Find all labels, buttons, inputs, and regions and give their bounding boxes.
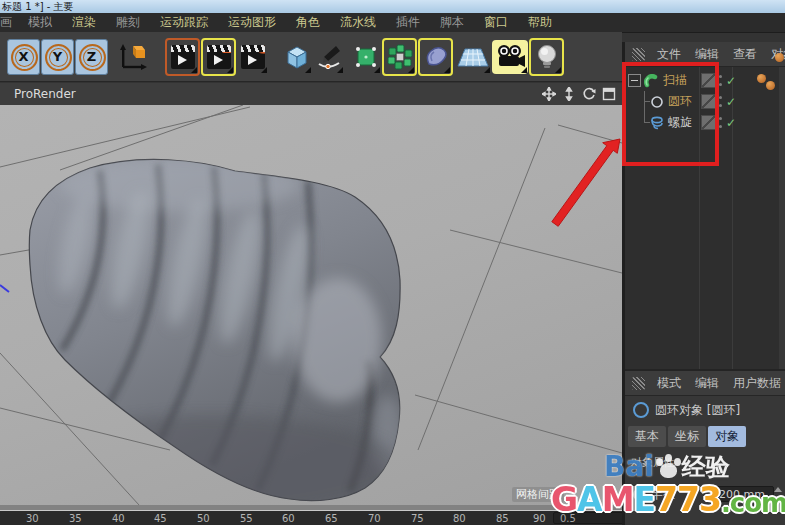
tab-basic[interactable]: 基本 [628, 426, 666, 447]
tree-branch-line [636, 91, 650, 112]
radius-value-field[interactable]: 200 mm [712, 486, 774, 502]
menu-item-pipeline[interactable]: 流水线 [330, 14, 386, 31]
menu-item-mograph[interactable]: 运动图形 [218, 14, 286, 31]
rotate-icon[interactable] [581, 87, 596, 102]
am-menu-mode[interactable]: 模式 [651, 375, 687, 392]
object-label-circle[interactable]: 圆环 [668, 93, 692, 110]
cube-icon [284, 44, 310, 70]
world-axis-hint [0, 285, 9, 292]
tree-row-circle[interactable]: 圆环 ✓ [625, 91, 785, 112]
am-menu-userdata[interactable]: 用户数据 [727, 375, 785, 392]
editor-visibility-toggle[interactable] [701, 115, 716, 130]
helix-spline-icon [650, 116, 664, 130]
main-toolbar: X Y Z [0, 32, 622, 82]
attribute-manager: 模式 编辑 用户数据 圆环对象 [圆环] 基本 坐标 对象 对象属性 半径 20… [625, 369, 785, 525]
om-menu-view[interactable]: 查看 [727, 46, 763, 63]
render-to-picture-viewer-button[interactable] [201, 38, 236, 76]
right-panel: 文件 编辑 查看 对象 扫描 ✓ [622, 42, 785, 525]
coordinate-system-button[interactable] [114, 40, 152, 74]
visibility-dots[interactable] [719, 117, 723, 129]
light-button[interactable] [529, 38, 564, 76]
tree-row-helix[interactable]: 螺旋 ✓ [625, 112, 785, 133]
editor-visibility-toggle[interactable] [701, 94, 716, 109]
cinema4d-window: 标题 1 *] - 主要 画 模拟 渲染 雕刻 运动跟踪 运动图形 角色 流水线… [0, 0, 785, 525]
axis-y-label: Y [53, 49, 62, 64]
zoom-icon[interactable] [561, 87, 576, 102]
add-cube-button[interactable] [281, 40, 312, 74]
visibility-dots[interactable] [719, 75, 723, 87]
maximize-icon[interactable] [601, 87, 616, 102]
ruler-tick: 35 [69, 513, 82, 524]
viewport-header: ProRender [0, 83, 622, 106]
attribute-tabs: 基本 坐标 对象 [628, 426, 785, 447]
frame-value: 0.5 [560, 513, 576, 524]
menu-item-window[interactable]: 窗口 [474, 14, 518, 31]
ruler-tick: 90 [533, 513, 546, 524]
radius-spinner[interactable] [774, 487, 782, 501]
floor-icon [457, 45, 489, 69]
visibility-dots[interactable] [719, 96, 723, 108]
pan-icon[interactable] [541, 87, 556, 102]
lock-y-button[interactable]: Y [41, 39, 74, 75]
om-menu-edit[interactable]: 编辑 [689, 46, 725, 63]
object-label-sweep[interactable]: 扫描 [663, 72, 687, 89]
menu-item-motion-tracking[interactable]: 运动跟踪 [150, 14, 218, 31]
radius-property-row: 半径 200 mm [625, 483, 785, 505]
sweep-generator-button[interactable] [418, 38, 453, 76]
tree-branch-line [636, 112, 650, 133]
menu-bar: 画 模拟 渲染 雕刻 运动跟踪 运动图形 角色 流水线 插件 脚本 窗口 帮助 [0, 13, 785, 33]
editor-visibility-toggle[interactable] [701, 73, 716, 88]
panel-grip-icon[interactable] [632, 48, 645, 61]
menu-item-plugins[interactable]: 插件 [386, 14, 430, 31]
ruler-tick: 55 [240, 513, 253, 524]
sweep-blob-icon [423, 44, 449, 70]
object-properties-heading: 对象属性 [631, 455, 785, 470]
subdivision-cube-icon [353, 44, 379, 70]
tab-object[interactable]: 对象 [708, 426, 746, 447]
floor-button[interactable] [454, 40, 491, 74]
viewport-3d-canvas[interactable] [0, 105, 622, 505]
lock-z-button[interactable]: Z [75, 39, 108, 75]
object-label-helix[interactable]: 螺旋 [668, 114, 692, 131]
viewport-scene [0, 105, 622, 505]
om-menu-file[interactable]: 文件 [651, 46, 687, 63]
layer-dot-icon [775, 53, 784, 62]
attribute-object-row: 圆环对象 [圆环] [625, 398, 785, 422]
collapse-icon[interactable] [628, 74, 641, 87]
am-menu-edit[interactable]: 编辑 [689, 375, 725, 392]
menu-item-help[interactable]: 帮助 [518, 14, 562, 31]
circle-spline-icon [650, 95, 664, 109]
menu-item-sculpt[interactable]: 雕刻 [106, 14, 150, 31]
keyframe-ring-icon[interactable] [633, 488, 646, 501]
render-settings-button[interactable] [237, 40, 268, 74]
light-bulb-icon [535, 44, 559, 70]
viewport-tab-prorender[interactable]: ProRender [14, 87, 76, 101]
spline-pen-button[interactable] [313, 40, 344, 74]
ruler-tick: 60 [282, 513, 295, 524]
axis-z-label: Z [87, 49, 96, 64]
array-generator-button[interactable] [382, 38, 417, 76]
menu-item-character[interactable]: 角色 [286, 14, 330, 31]
tab-coordinate[interactable]: 坐标 [668, 426, 706, 447]
subdivision-surface-button[interactable] [350, 40, 381, 74]
render-view-button[interactable] [165, 38, 200, 76]
lock-x-button[interactable]: X [7, 39, 40, 75]
menu-item-partial[interactable]: 画 [0, 14, 18, 31]
window-title-bar: 标题 1 *] - 主要 [0, 0, 785, 13]
ruler-tick: 75 [411, 513, 424, 524]
menu-item-render[interactable]: 渲染 [62, 14, 106, 31]
enabled-check-icon[interactable]: ✓ [726, 116, 736, 130]
tree-row-sweep[interactable]: 扫描 ✓ [625, 70, 785, 91]
panel-grip-icon[interactable] [632, 377, 645, 390]
sweep-object[interactable] [20, 159, 404, 505]
radius-label: 半径 [651, 486, 675, 503]
circle-object-icon [633, 402, 649, 418]
camera-button[interactable] [492, 40, 528, 74]
layer-dot-icon [766, 81, 775, 90]
menu-item-script[interactable]: 脚本 [430, 14, 474, 31]
ruler-tick: 65 [325, 513, 338, 524]
menu-item-simulate[interactable]: 模拟 [18, 14, 62, 31]
timeline-ruler[interactable]: 30 35 40 45 50 55 60 65 70 75 80 85 90 0… [0, 511, 640, 525]
enabled-check-icon[interactable]: ✓ [726, 95, 736, 109]
enabled-check-icon[interactable]: ✓ [726, 74, 736, 88]
